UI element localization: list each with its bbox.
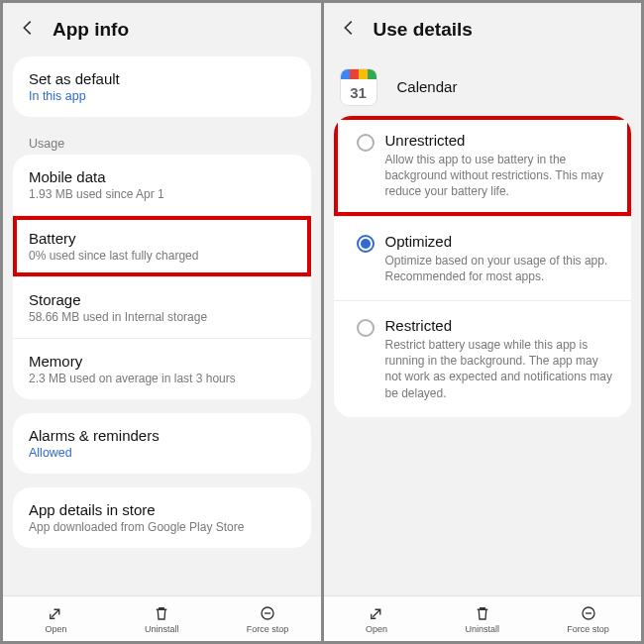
item-sub: 58.66 MB used in Internal storage [29, 310, 295, 324]
page-title: Use details [374, 19, 473, 41]
item-title: Mobile data [29, 168, 295, 185]
calendar-app-icon: 31 [340, 68, 377, 106]
use-details-screen: Use details 31 Calendar Unrestricted All… [324, 3, 642, 641]
item-title: Storage [29, 291, 295, 308]
option-title: Restricted [385, 317, 616, 334]
force-stop-icon [259, 604, 276, 622]
back-icon[interactable] [17, 17, 53, 43]
trash-icon [474, 604, 491, 622]
app-details-store-item[interactable]: App details in store App downloaded from… [13, 487, 311, 548]
storage-item[interactable]: Storage 58.66 MB used in Internal storag… [13, 277, 311, 338]
alarms-item[interactable]: Alarms & reminders Allowed [13, 413, 311, 474]
item-title: Battery [29, 230, 295, 247]
option-title: Optimized [385, 233, 616, 250]
item-title: App details in store [29, 501, 295, 518]
force-stop-button[interactable]: Force stop [215, 596, 321, 641]
radio-icon-checked [357, 235, 375, 253]
option-sub: Restrict battery usage while this app is… [385, 337, 616, 401]
bb-label: Open [45, 624, 66, 634]
mobile-data-item[interactable]: Mobile data 1.93 MB used since Apr 1 [13, 155, 311, 215]
item-sub: 1.93 MB used since Apr 1 [29, 187, 295, 201]
option-sub: Allow this app to use battery in the bac… [385, 152, 616, 200]
radio-icon [357, 134, 375, 152]
calendar-day: 31 [341, 79, 376, 105]
open-button[interactable]: Open [324, 596, 430, 641]
header: App info [3, 3, 321, 56]
open-button[interactable]: Open [3, 596, 109, 641]
item-sub: Allowed [29, 446, 295, 460]
item-title: Memory [29, 353, 295, 370]
app-name: Calendar [397, 78, 458, 95]
uninstall-button[interactable]: Uninstall [109, 596, 215, 641]
bottom-bar: Open Uninstall Force stop [324, 595, 642, 641]
open-icon [368, 604, 385, 622]
item-sub: 0% used since last fully charged [29, 249, 295, 263]
usage-section-label: Usage [13, 131, 311, 155]
content: Set as default In this app Usage Mobile … [3, 56, 321, 641]
app-row: 31 Calendar [324, 56, 642, 116]
bb-label: Uninstall [465, 624, 499, 634]
app-info-screen: App info Set as default In this app Usag… [3, 3, 321, 641]
unrestricted-option[interactable]: Unrestricted Allow this app to use batte… [334, 116, 632, 216]
open-icon [47, 604, 64, 622]
bb-label: Open [366, 624, 387, 634]
bb-label: Force stop [247, 624, 289, 634]
bb-label: Force stop [567, 624, 609, 634]
back-icon[interactable] [338, 17, 374, 43]
page-title: App info [53, 19, 129, 41]
header: Use details [324, 3, 642, 56]
bottom-bar: Open Uninstall Force stop [3, 595, 321, 641]
option-title: Unrestricted [385, 132, 616, 149]
item-title: Alarms & reminders [29, 427, 295, 444]
restricted-option[interactable]: Restricted Restrict battery usage while … [334, 301, 632, 417]
item-title: Set as default [29, 70, 295, 87]
option-sub: Optimize based on your usage of this app… [385, 253, 616, 284]
content: Unrestricted Allow this app to use batte… [324, 116, 642, 641]
radio-icon [357, 319, 375, 337]
bb-label: Uninstall [145, 624, 179, 634]
battery-item[interactable]: Battery 0% used since last fully charged [13, 216, 311, 276]
item-sub: In this app [29, 89, 295, 103]
set-as-default-item[interactable]: Set as default In this app [13, 56, 311, 117]
force-stop-icon [580, 604, 597, 622]
item-sub: 2.3 MB used on average in last 3 hours [29, 372, 295, 385]
uninstall-button[interactable]: Uninstall [429, 596, 535, 641]
trash-icon [153, 604, 170, 622]
memory-item[interactable]: Memory 2.3 MB used on average in last 3 … [13, 339, 311, 399]
force-stop-button[interactable]: Force stop [535, 596, 641, 641]
optimized-option[interactable]: Optimized Optimize based on your usage o… [334, 217, 632, 300]
item-sub: App downloaded from Google Play Store [29, 520, 295, 534]
